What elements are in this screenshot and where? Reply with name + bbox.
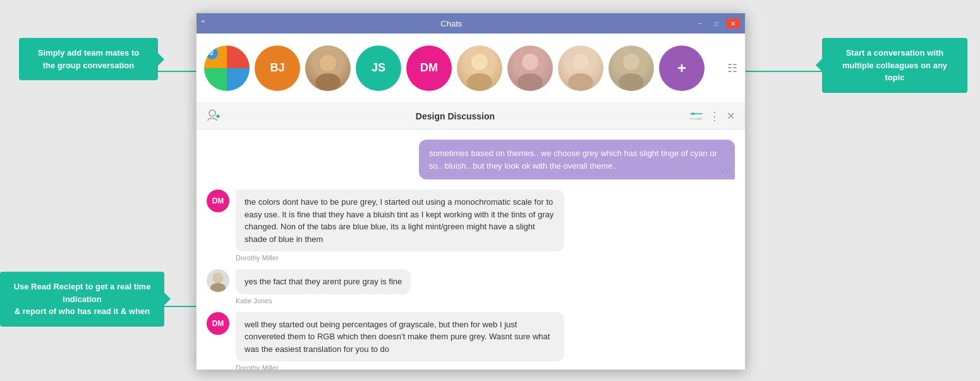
tooltip-add-teammates: Simply add team mates to the group conve… xyxy=(19,38,158,80)
avatar-photo-3[interactable] xyxy=(507,45,553,91)
message-content-3: well they started out being percentages … xyxy=(236,312,564,370)
avatar-photo-3-svg xyxy=(507,45,553,91)
svg-point-14 xyxy=(623,54,639,70)
message-in-3: DM well they started out being percentag… xyxy=(207,312,735,370)
tooltip-start-conversation: Start a conversation with multiple colle… xyxy=(822,38,967,93)
svg-point-15 xyxy=(209,110,215,116)
msg-bubble-3: well they started out being percentages … xyxy=(236,312,564,362)
svg-point-7 xyxy=(517,73,543,91)
add-icon: + xyxy=(677,59,686,77)
svg-point-24 xyxy=(214,273,223,282)
chat-header: Design Discussion ⋮ ✕ xyxy=(197,103,745,130)
avatar-js-initials: JS xyxy=(372,61,385,75)
msg-text-3: well they started out being percentages … xyxy=(245,320,550,354)
avatar-photo-2[interactable] xyxy=(457,45,502,91)
tooltip-top-left-line1: Simply add team mates to xyxy=(38,48,139,57)
msg-bubble-1: the colors dont have to be pure grey, I … xyxy=(236,190,564,251)
add-person-icon[interactable] xyxy=(207,108,221,124)
titlebar: “ Chats − □ ✕ xyxy=(197,13,745,33)
slider-icon[interactable] xyxy=(690,112,703,121)
grid-icon[interactable]: ☷ xyxy=(727,61,737,75)
message-content-2: yes the fact that they arent pure gray i… xyxy=(236,269,411,305)
svg-point-13 xyxy=(619,73,644,91)
msg-text-1: the colors dont have to be pure grey, I … xyxy=(245,197,554,244)
avatar-photo-1-svg xyxy=(305,45,351,91)
tooltip-bottom-left-line1: Use Read Reciept to get a real time indi… xyxy=(14,282,151,304)
titlebar-quote: “ xyxy=(202,18,205,28)
tooltip-top-right-line2: multiple colleagues on any topic xyxy=(842,61,947,83)
avatar-photo-5-svg xyxy=(608,45,654,91)
svg-point-5 xyxy=(471,54,488,70)
avatar-photo-5[interactable] xyxy=(608,45,654,91)
tooltip-read-receipt: Use Read Reciept to get a real time indi… xyxy=(0,272,164,327)
main-window: “ Chats − □ ✕ 2 BJ JS D xyxy=(196,13,746,370)
svg-point-11 xyxy=(572,54,589,70)
avatar-katie-svg xyxy=(207,269,229,292)
avatar-dm-msg-2-initials: DM xyxy=(212,319,224,328)
msg-sender-2: Katie Jones xyxy=(236,297,411,305)
msg-text-2: yes the fact that they arent pure gray i… xyxy=(245,277,402,286)
message-content-1: the colors dont have to be pure grey, I … xyxy=(236,190,564,262)
svg-point-2 xyxy=(320,55,336,71)
svg-point-10 xyxy=(568,73,593,91)
avatar-dm-msg-initials: DM xyxy=(212,197,224,205)
avatar-photo-4-svg xyxy=(558,45,603,91)
avatar-dm-initials: DM xyxy=(420,61,438,75)
avatar-photo-1[interactable] xyxy=(305,45,351,91)
outgoing-bubble-1: sometimes based on themes.. we choose gr… xyxy=(419,140,735,179)
avatar-dm[interactable]: DM xyxy=(406,45,452,91)
avatar-group[interactable]: 2 xyxy=(204,45,250,91)
msg-sender-3: Dorothy Miller xyxy=(236,364,564,370)
minimize-button[interactable]: − xyxy=(693,18,707,28)
tooltip-top-left-line2: the group conversation xyxy=(43,61,134,70)
avatar-group-badge: 2 xyxy=(205,47,218,59)
read-icon: ✓✓ xyxy=(721,166,731,176)
titlebar-controls: − □ ✕ xyxy=(693,18,740,28)
svg-point-1 xyxy=(315,73,341,91)
avatar-bj[interactable]: BJ xyxy=(255,45,300,91)
connector-top-right xyxy=(740,71,822,72)
close-button[interactable]: ✕ xyxy=(726,18,740,28)
avatar-js[interactable]: JS xyxy=(356,45,401,91)
avatar-bj-initials: BJ xyxy=(270,61,284,75)
avatar-photo-4[interactable] xyxy=(558,45,603,91)
avatar-dm-msg: DM xyxy=(207,190,229,212)
chat-title: Design Discussion xyxy=(221,111,690,121)
avatar-photo-2-svg xyxy=(457,45,502,91)
svg-point-23 xyxy=(210,283,226,292)
maximize-button[interactable]: □ xyxy=(710,18,723,28)
avatar-dm-msg-2: DM xyxy=(207,312,229,335)
avatar-add-button[interactable]: + xyxy=(659,45,705,91)
svg-point-21 xyxy=(698,118,701,120)
tooltip-top-right-line1: Start a conversation with xyxy=(846,48,944,57)
titlebar-title: Chats xyxy=(210,19,693,28)
outgoing-text-1: sometimes based on themes.. we choose gr… xyxy=(429,148,717,171)
tooltip-bottom-left-line2: & report of who has read it & when xyxy=(15,306,150,316)
close-chat-icon[interactable]: ✕ xyxy=(727,110,735,122)
message-out-1: sometimes based on themes.. we choose gr… xyxy=(207,140,735,179)
avatar-katie-msg xyxy=(207,269,229,292)
svg-point-4 xyxy=(467,73,492,91)
message-in-2: yes the fact that they arent pure gray i… xyxy=(207,269,735,305)
messages-area[interactable]: sometimes based on themes.. we choose gr… xyxy=(197,130,745,370)
chat-header-icons: ⋮ ✕ xyxy=(690,109,735,123)
msg-bubble-2: yes the fact that they arent pure gray i… xyxy=(236,269,411,294)
svg-point-8 xyxy=(522,54,538,70)
msg-sender-1: Dorothy Miller xyxy=(236,254,564,262)
avatar-strip: 2 BJ JS DM xyxy=(197,33,745,103)
message-in-1: DM the colors dont have to be pure grey,… xyxy=(207,190,735,262)
menu-dots-icon[interactable]: ⋮ xyxy=(709,109,720,123)
svg-point-19 xyxy=(692,112,694,115)
